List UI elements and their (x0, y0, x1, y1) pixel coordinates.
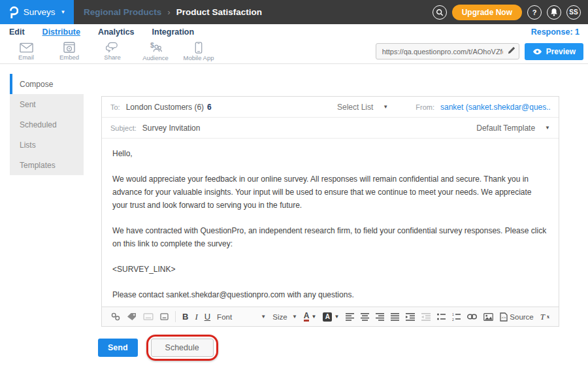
breadcrumb-separator-icon: › (167, 7, 171, 17)
breadcrumb: Regional Products › Product Satisfaction (84, 7, 262, 17)
distribute-share-button[interactable]: Share (91, 42, 134, 61)
tab-distribute[interactable]: Distribute (42, 27, 80, 37)
survey-tabs: Edit Distribute Analytics Integration Re… (0, 24, 588, 39)
size-dropdown[interactable]: Size ▼ (272, 313, 297, 321)
sidebar-item-lists[interactable]: Lists (10, 135, 84, 155)
compose-actions: Send Schedule (98, 335, 218, 361)
subject-label: Subject: (110, 124, 137, 132)
link-rings-icon (111, 312, 120, 321)
bell-icon (550, 8, 558, 16)
remove-format-button[interactable]: Tx (540, 312, 549, 322)
from-value[interactable]: sanket (sanket.shekdar@ques... (440, 103, 550, 112)
tab-analytics[interactable]: Analytics (98, 27, 135, 37)
italic-button[interactable]: I (195, 312, 197, 322)
keyboard-button[interactable] (143, 313, 154, 320)
button-icon (160, 313, 169, 320)
insert-variable-button[interactable] (111, 312, 120, 321)
embed-icon (63, 42, 75, 53)
background-color-button[interactable]: A ▼ (323, 312, 339, 322)
align-left-button[interactable] (346, 313, 354, 321)
upgrade-now-button[interactable]: Upgrade Now (452, 5, 522, 20)
to-recipient-count[interactable]: 6 (207, 103, 212, 112)
svg-text:2: 2 (452, 317, 454, 321)
numbered-list-icon: 12 (452, 313, 461, 321)
survey-url-group: Preview (376, 43, 583, 60)
search-icon (436, 8, 444, 16)
share-icon (106, 42, 120, 53)
indent-decrease-icon (421, 313, 431, 321)
link-icon (467, 314, 477, 320)
to-row: To: London Customers (6) 6 Select List ▼… (102, 97, 559, 118)
email-body-editor[interactable]: Hello, We would appreciate your feedback… (102, 139, 559, 307)
to-label: To: (110, 103, 120, 111)
distribute-email-button[interactable]: Email (5, 42, 48, 61)
avatar[interactable]: SS (566, 5, 581, 20)
increase-indent-button[interactable] (406, 313, 415, 321)
image-icon (483, 313, 493, 321)
breadcrumb-parent[interactable]: Regional Products (84, 7, 161, 17)
search-button[interactable] (433, 5, 447, 20)
schedule-highlight-annotation: Schedule (146, 335, 218, 361)
align-right-icon (376, 313, 384, 321)
text-color-button[interactable]: A ▼ (304, 312, 317, 322)
insert-image-button[interactable] (483, 313, 493, 321)
subject-input[interactable]: Survey Invitation (142, 124, 201, 133)
to-value[interactable]: London Customers (6) (126, 103, 204, 112)
align-right-button[interactable] (376, 313, 384, 321)
distribute-embed-button[interactable]: Embed (48, 42, 91, 61)
tab-integration[interactable]: Integration (152, 27, 195, 37)
distribute-sidebar: Compose Sent Scheduled Lists Templates (10, 74, 84, 175)
svg-text:1: 1 (452, 313, 454, 316)
audience-icon: $ (149, 42, 163, 54)
body-paragraph: Hello, (112, 147, 548, 160)
sidebar-item-templates[interactable]: Templates (10, 155, 84, 175)
help-button[interactable]: ? (527, 5, 542, 20)
bulleted-list-icon (437, 313, 446, 321)
numbered-list-button[interactable]: 12 (452, 313, 461, 321)
response-count[interactable]: Response: 1 (531, 27, 588, 37)
topbar-actions: Upgrade Now ? SS (433, 5, 588, 20)
breadcrumb-current: Product Satisfaction (176, 7, 262, 17)
preview-button[interactable]: Preview (525, 43, 583, 60)
decrease-indent-button[interactable] (421, 313, 431, 321)
editor-toolbar: B I U Font ▼ Size ▼ A ▼ A ▼ (102, 307, 559, 326)
subject-row: Subject: Survey Invitation Default Templ… (102, 118, 559, 139)
tag-button[interactable] (127, 312, 137, 321)
from-label: From: (416, 103, 434, 111)
send-button[interactable]: Send (98, 339, 138, 357)
body-paragraph: We would appreciate your feedback in our… (112, 173, 548, 212)
survey-url-input[interactable] (376, 43, 519, 59)
distribute-audience-button[interactable]: $ Audience (134, 42, 177, 61)
indent-increase-icon (406, 313, 415, 321)
chevron-down-icon: ▼ (60, 10, 65, 15)
tab-edit[interactable]: Edit (9, 27, 25, 37)
notifications-button[interactable] (547, 5, 561, 20)
edit-url-button[interactable] (508, 46, 515, 54)
font-dropdown[interactable]: Font ▼ (217, 313, 266, 321)
underline-button[interactable]: U (204, 312, 210, 322)
chevron-down-icon: ▼ (383, 104, 388, 110)
body-paragraph: <SURVEY_LINK> (112, 263, 548, 276)
source-doc-icon: <> (500, 312, 508, 322)
schedule-button[interactable]: Schedule (151, 339, 214, 357)
source-button[interactable]: <> Source (500, 312, 533, 322)
body-paragraph: Please contact sanket.shekdar@questionpr… (112, 288, 548, 301)
bulleted-list-button[interactable] (437, 313, 446, 321)
surveys-menu[interactable]: Surveys ▼ (0, 0, 74, 24)
sidebar-item-compose[interactable]: Compose (10, 74, 84, 94)
sidebar-item-scheduled[interactable]: Scheduled (10, 114, 84, 135)
sidebar-item-sent[interactable]: Sent (10, 94, 84, 114)
select-list-dropdown[interactable]: Select List ▼ (337, 103, 388, 112)
pencil-icon (508, 46, 515, 54)
button-insert-button[interactable] (160, 313, 169, 320)
insert-link-button[interactable] (467, 314, 477, 320)
justify-button[interactable] (391, 313, 399, 321)
chevron-down-icon: ▼ (311, 314, 316, 320)
template-dropdown[interactable]: Default Template ▼ (476, 124, 550, 133)
tag-icon (127, 312, 137, 321)
align-center-button[interactable] (361, 313, 369, 321)
keyboard-icon (143, 313, 154, 320)
surveys-menu-label: Surveys (24, 7, 56, 17)
distribute-mobile-app-button[interactable]: Mobile App (177, 42, 220, 61)
bold-button[interactable]: B (182, 312, 188, 322)
